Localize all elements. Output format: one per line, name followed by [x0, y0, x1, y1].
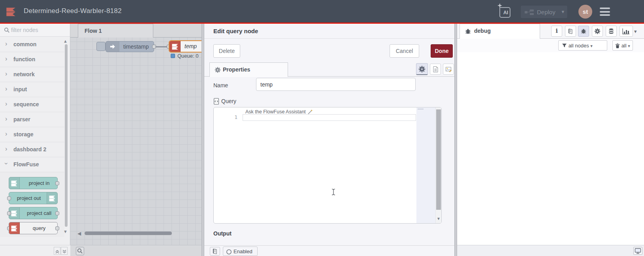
palette-scrollbar[interactable] — [65, 44, 68, 227]
tab-properties[interactable]: Properties — [209, 62, 288, 77]
output-port[interactable] — [55, 181, 59, 185]
funnel-icon — [562, 43, 567, 48]
chevron-right-icon: › — [5, 145, 7, 152]
query-code-editor[interactable]: 1 Ask the FlowFuse Assistant ▼ — [213, 107, 442, 224]
done-button[interactable]: Done — [431, 44, 453, 58]
output-port[interactable] — [55, 226, 59, 230]
collapse-all-button[interactable] — [54, 247, 60, 255]
current-line-highlight — [243, 114, 416, 121]
filter-nodes-button[interactable]: all nodes ▾ — [558, 40, 607, 51]
palette-category-common[interactable]: › common — [0, 37, 64, 52]
chevron-right-icon: › — [5, 55, 7, 62]
palette-node-project-in[interactable]: project in — [9, 177, 58, 189]
enabled-toggle[interactable]: Enabled — [223, 247, 258, 256]
tab-debug[interactable]: debug — [459, 24, 540, 39]
palette-node-query[interactable]: query — [9, 222, 58, 234]
cancel-button[interactable]: Cancel — [390, 44, 419, 58]
palette-node-project-out[interactable]: project out — [9, 192, 58, 204]
magic-wand-icon — [307, 109, 313, 115]
dashboard-tab-button[interactable] — [620, 26, 633, 37]
trash-icon — [615, 43, 620, 48]
debug-toolbar: all nodes ▾ all ▾ — [457, 39, 644, 52]
node-red-editor: Determined-Reed-Warbler-8182 AI Deploy ▾… — [0, 0, 644, 256]
description-tab-button[interactable] — [430, 64, 441, 75]
search-icon — [4, 27, 10, 33]
main-menu-icon[interactable] — [600, 8, 611, 16]
properties-tab-button[interactable] — [416, 63, 428, 75]
sidebar-menu-caret-icon[interactable]: ▾ — [634, 28, 637, 34]
horizontal-scrollbar[interactable] — [85, 232, 172, 235]
monitor-icon — [635, 248, 641, 254]
double-chevron-up-icon — [55, 249, 60, 254]
chevron-right-icon: › — [5, 70, 7, 77]
assistant-placeholder[interactable]: Ask the FlowFuse Assistant — [245, 108, 311, 114]
delete-button[interactable]: Delete — [213, 44, 240, 58]
book-icon — [567, 28, 574, 34]
tray-title: Edit query node — [213, 28, 258, 34]
deploy-label: Deploy — [537, 9, 555, 15]
help-tab-button[interactable] — [565, 26, 576, 37]
palette-category-flowfuse[interactable]: › FlowFuse — [0, 157, 64, 172]
palette-category-dashboard2[interactable]: › dashboard 2 — [0, 142, 64, 157]
palette-category-storage[interactable]: › storage — [0, 127, 64, 142]
file-code-icon — [213, 98, 219, 105]
scroll-down-icon[interactable]: ▼ — [437, 216, 441, 221]
tray-header: Edit query node — [204, 24, 454, 39]
gear-icon — [215, 67, 221, 73]
canvas-grid[interactable] — [70, 38, 204, 245]
clear-messages-button[interactable]: all ▾ — [612, 40, 633, 51]
deploy-nodes-icon — [525, 9, 534, 15]
line-number: 1 — [214, 114, 237, 121]
edit-form: Name Query 1 Ask the FlowFuse Assistant — [204, 77, 454, 245]
editor-scrollbar[interactable]: ▼ — [435, 107, 441, 223]
inject-arrow-icon — [109, 43, 116, 50]
queue-status-label: Queue: 0 — [177, 53, 199, 59]
node-temp-selected[interactable]: temp — [169, 40, 204, 53]
output-port[interactable] — [55, 211, 59, 215]
chevron-right-icon: › — [5, 85, 7, 92]
appearance-tab-button[interactable] — [443, 64, 454, 75]
appearance-image-icon — [445, 66, 452, 73]
open-in-new-window-button[interactable] — [633, 247, 642, 255]
node-help-button[interactable] — [210, 247, 220, 256]
scroll-up-icon[interactable]: ▲ — [63, 39, 68, 43]
deploy-caret-icon[interactable]: ▾ — [561, 9, 564, 15]
palette-category-parser[interactable]: › parser — [0, 112, 64, 127]
flowfuse-node-icon — [9, 207, 20, 219]
tray-resize-handle[interactable] — [201, 24, 204, 256]
sidebar-resize-handle[interactable] — [454, 24, 457, 256]
flowfuse-query-icon — [9, 222, 20, 234]
zoom-search-button[interactable] — [76, 247, 84, 255]
wire[interactable] — [155, 46, 168, 47]
palette-category-function[interactable]: › function — [0, 52, 64, 67]
tray-tabbar: Properties — [204, 61, 454, 77]
filter-nodes-input[interactable] — [11, 25, 66, 35]
palette-category-network[interactable]: › network — [0, 67, 64, 82]
tab-flow-1[interactable]: Flow 1 — [78, 24, 153, 38]
name-input[interactable] — [256, 78, 416, 91]
debug-tab-button[interactable] — [578, 26, 589, 37]
palette-category-input[interactable]: › input — [0, 82, 64, 97]
ai-assistant-button[interactable]: AI — [498, 5, 511, 18]
gear-icon — [418, 66, 426, 73]
debug-footer — [457, 245, 644, 256]
scroll-down-icon[interactable]: ▼ — [63, 229, 68, 234]
node-palette: › common › function › network › input › … — [0, 24, 70, 256]
bar-chart-icon — [622, 28, 630, 34]
palette-search — [0, 24, 70, 37]
config-nodes-tab-button[interactable] — [592, 26, 603, 37]
expand-all-button[interactable] — [61, 247, 68, 255]
node-timestamp[interactable]: timestamp — [105, 41, 154, 52]
workspace-footer — [70, 245, 204, 256]
palette-category-sequence[interactable]: › sequence — [0, 97, 64, 112]
inject-trigger-button[interactable] — [96, 42, 105, 51]
scroll-left-icon[interactable]: ◀ — [77, 231, 81, 236]
palette-node-project-call[interactable]: project call — [9, 207, 58, 219]
header: Determined-Reed-Warbler-8182 AI Deploy ▾… — [0, 0, 644, 24]
user-avatar[interactable]: st — [578, 5, 592, 19]
scrollbar-thumb[interactable] — [436, 109, 441, 210]
editor-minimap[interactable] — [416, 107, 435, 223]
context-data-tab-button[interactable] — [606, 26, 617, 37]
deploy-button[interactable]: Deploy ▾ — [520, 5, 568, 19]
info-tab-button[interactable]: i — [551, 26, 562, 37]
